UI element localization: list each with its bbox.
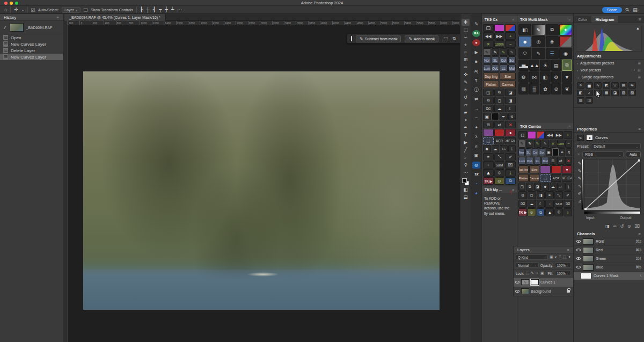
vignette-mask-button[interactable]: ⬭ <box>518 48 531 59</box>
clouds-button[interactable]: ☁ <box>550 183 557 191</box>
move-tool-icon[interactable]: ✛ <box>14 8 18 12</box>
layer-filter-icon[interactable]: ✦ <box>568 255 571 259</box>
redblue-swatch[interactable] <box>505 24 516 32</box>
selection-button[interactable]: ⬚ <box>483 137 494 144</box>
new-doc-button[interactable]: ▢ <box>518 131 527 139</box>
adjustments-presets-row[interactable]: › Adjustments presets ≣ <box>574 60 644 67</box>
tk9-multimask-tab[interactable]: TK9 Multi-Mask≡ <box>517 16 573 23</box>
swap-button[interactable]: ⇄ <box>494 121 505 128</box>
layer-filter-dropdown[interactable]: Q Kind⌄ <box>516 254 548 260</box>
add-preset-icon[interactable]: + <box>633 68 635 72</box>
history-panel-tab[interactable]: History≡ <box>0 14 63 21</box>
layer-filter-icon[interactable]: ◐ <box>555 255 557 259</box>
grid-view-icon[interactable]: ⊞ <box>638 68 641 72</box>
zoom-in-button[interactable]: + <box>505 32 516 40</box>
foreground-background-colors[interactable] <box>462 178 469 185</box>
tk-menu-button[interactable]: TK ▶ <box>483 177 494 185</box>
layer-visibility-eye-icon[interactable] <box>515 290 519 293</box>
vertical-ruler[interactable] <box>63 21 68 342</box>
screen-blend-button[interactable]: Scr <box>508 56 516 64</box>
panel-menu-icon[interactable]: ≡ <box>639 127 641 132</box>
align-icon[interactable]: ┿ <box>165 8 168 12</box>
plus-minus-button[interactable]: +/- <box>500 145 508 152</box>
channel-row[interactable]: Blue⌘5 <box>574 263 644 272</box>
diagonal-arrow-button[interactable]: ⤡ <box>554 191 563 199</box>
black-swatch[interactable] <box>492 113 500 120</box>
pen-button[interactable]: ✒ <box>483 153 494 161</box>
history-item[interactable]: New Curves Layer <box>0 54 63 60</box>
zoom-in-button[interactable]: + <box>564 131 572 139</box>
mask-copy-button[interactable]: ⧉ <box>494 89 505 96</box>
brightness-button[interactable]: ☀ <box>540 60 550 71</box>
copyright-button[interactable]: © <box>554 208 563 216</box>
color-blend-button[interactable]: Col <box>532 148 538 156</box>
normal-blend-button[interactable]: Nor <box>518 148 525 156</box>
half-mask-button[interactable]: ◨ <box>537 191 545 199</box>
mask-corner-button[interactable]: ◳ <box>518 183 525 191</box>
posterize-icon[interactable]: ▨ <box>620 90 627 96</box>
blend-mode-dropdown[interactable]: Normal⌄ <box>516 263 539 268</box>
fit-screen-button[interactable]: ✕ <box>483 40 494 48</box>
delete-button[interactable]: ⌧ <box>518 200 527 208</box>
eye-button[interactable]: ⊙ <box>528 208 536 216</box>
your-presets-row[interactable]: › Your presets +⊞ <box>574 67 644 74</box>
visibility-icon[interactable]: ⊙ <box>627 224 631 229</box>
tk-wand-button[interactable]: ✦ <box>472 124 480 131</box>
preset-dropdown[interactable]: Default⌄ <box>591 143 641 149</box>
list-view-icon[interactable]: ≣ <box>638 61 641 66</box>
more-options-icon[interactable]: ⋯ <box>177 8 182 12</box>
color-blend-button[interactable]: Col <box>500 56 508 64</box>
targeted-adjustment-icon[interactable]: ☞ <box>577 152 580 157</box>
magenta-swatch[interactable] <box>528 131 536 139</box>
tk-info-button[interactable]: ⓘ <box>472 86 480 93</box>
search-icon[interactable]: ⚲ <box>624 6 630 12</box>
clouds-button[interactable]: ☁ <box>492 145 500 152</box>
tk-ra-badge[interactable]: RA <box>472 30 480 37</box>
zoom-100-button[interactable]: 100% <box>494 40 505 48</box>
copyright-button[interactable]: © <box>494 169 505 177</box>
exposure-icon[interactable]: ◩ <box>603 82 610 89</box>
leaf-button[interactable]: ❦ <box>562 83 572 94</box>
people-mask-button[interactable]: ☻ <box>518 36 531 47</box>
purple-swatch[interactable] <box>540 165 550 173</box>
export-button[interactable]: ⤓ <box>508 145 516 152</box>
half-square-button[interactable]: ◧ <box>540 71 550 83</box>
frame-button[interactable]: ▣ <box>546 148 552 156</box>
focus-mask-button[interactable]: ◎ <box>532 36 545 47</box>
quick-mask-icon[interactable]: ◧ <box>462 186 470 193</box>
green-brush-button[interactable]: ✎ <box>500 48 508 56</box>
layer-visibility-eye-icon[interactable] <box>515 281 519 284</box>
channel-dropdown[interactable]: RGB⌄ <box>582 151 624 157</box>
layer-thumbnail[interactable]: ∿ <box>521 279 529 285</box>
multiply-button[interactable]: Mul <box>541 157 548 165</box>
close-red-button[interactable]: ✕ <box>565 157 572 165</box>
histogram-warning-icon[interactable]: ▲ <box>636 26 640 30</box>
person-button[interactable]: ☻ <box>483 145 491 152</box>
duplicate-mask-button[interactable]: ⧉ <box>483 97 494 104</box>
green-brush-button[interactable]: ✎ <box>534 140 541 148</box>
history-snapshot[interactable]: ✓ _BAD6094.RAF <box>0 21 63 34</box>
blob-button[interactable]: ✿ <box>540 83 550 94</box>
object-selection-tool[interactable]: ⌖ <box>462 41 470 48</box>
pencil-button[interactable]: ✐ <box>564 191 572 199</box>
workspace-icon[interactable]: ▤⌄ <box>633 8 640 12</box>
mask-copy-button[interactable]: ⧉ <box>526 183 533 191</box>
hand-tool[interactable]: ☞ <box>462 154 470 161</box>
dodge-tool[interactable]: ◑ <box>462 117 470 123</box>
pen-tool[interactable]: ✒ <box>462 124 470 131</box>
channel-visibility-eye-icon[interactable] <box>576 257 581 260</box>
export-button[interactable]: ⤓ <box>565 183 572 191</box>
small-square-button[interactable]: ▫ <box>545 200 554 208</box>
layer-mask-thumbnail[interactable] <box>531 279 539 285</box>
tab-histogram[interactable]: Histogram <box>591 16 619 23</box>
triangle-split-button[interactable] <box>559 36 572 47</box>
magenta-swatch[interactable] <box>494 24 505 32</box>
photo-image[interactable] <box>83 71 440 310</box>
channel-visibility-eye-icon[interactable] <box>576 266 581 269</box>
luminosity-button[interactable]: Lum <box>483 64 491 72</box>
panel-menu-icon[interactable]: ≡ <box>567 248 569 252</box>
curve-area[interactable] <box>584 159 641 214</box>
gray-brush-button[interactable]: ✎ <box>541 140 548 148</box>
noise-button[interactable]: ▒ <box>529 83 539 94</box>
person-button[interactable]: ☻ <box>541 183 548 191</box>
